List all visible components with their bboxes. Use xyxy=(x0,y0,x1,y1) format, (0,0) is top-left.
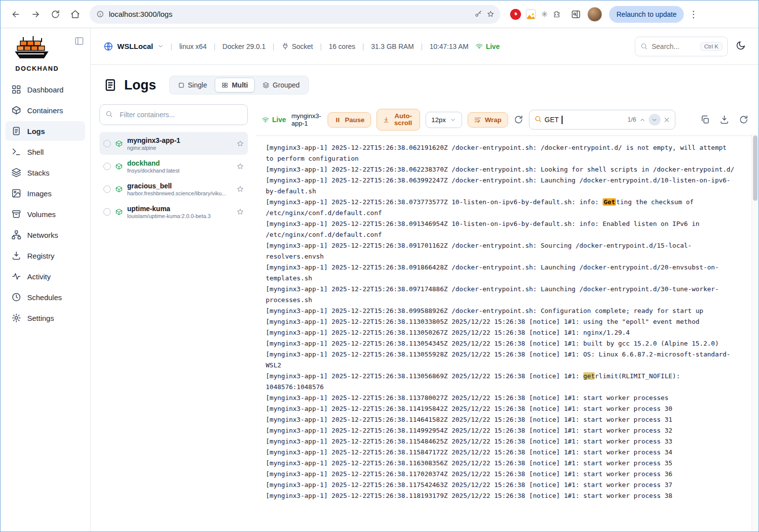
forward-button[interactable] xyxy=(27,6,44,23)
log-line: [mynginx3-app-1] 2025-12-22T15:26:38.115… xyxy=(266,436,737,447)
adblock-extension-icon[interactable] xyxy=(510,9,521,20)
previous-match-button[interactable] xyxy=(639,117,646,123)
layers-icon xyxy=(11,168,21,177)
scrollbar-thumb[interactable] xyxy=(753,135,758,201)
clock-icon xyxy=(11,292,21,302)
container-radio[interactable] xyxy=(103,208,111,216)
separator: | xyxy=(421,42,423,50)
grouped-view-icon xyxy=(263,82,269,89)
sidebar-item-dashboard[interactable]: Dashboard xyxy=(5,80,85,99)
copy-logs-button[interactable] xyxy=(700,115,710,125)
sidebar-item-volumes[interactable]: Volumes xyxy=(5,204,85,224)
search-match: get xyxy=(583,372,595,380)
restart-stream-button[interactable] xyxy=(514,115,523,125)
sidebar-item-images[interactable]: Images xyxy=(5,183,85,203)
wifi-icon xyxy=(475,43,483,50)
next-match-button[interactable] xyxy=(649,114,661,126)
multi-view-icon xyxy=(222,82,228,89)
sidebar-item-containers[interactable]: Containers xyxy=(5,100,85,120)
container-radio[interactable] xyxy=(103,185,111,193)
container-cube-icon xyxy=(115,163,123,170)
environment-selector[interactable]: WSLLocal xyxy=(103,42,164,51)
container-row-gracious-bell[interactable]: gracious_bell harbor.freshbrewed.science… xyxy=(99,177,248,200)
container-radio[interactable] xyxy=(103,163,111,170)
log-line: [mynginx3-app-1] 2025-12-22T15:26:38.113… xyxy=(266,338,737,349)
sidebar-item-shell[interactable]: Shell xyxy=(5,142,85,162)
download-logs-button[interactable] xyxy=(719,115,729,125)
url-bar[interactable]: localhost:3000/logs xyxy=(90,5,500,24)
sidebar-item-label: Settings xyxy=(27,314,54,322)
browser-menu-button[interactable]: ⋮ xyxy=(687,9,700,20)
container-cube-icon xyxy=(115,208,123,216)
favorite-star-icon[interactable] xyxy=(237,140,244,147)
back-button[interactable] xyxy=(7,6,24,23)
sidebar-item-activity[interactable]: Activity xyxy=(5,266,85,286)
profile-avatar[interactable] xyxy=(587,7,602,22)
photos-extension-icon[interactable] xyxy=(526,9,536,19)
wrap-button[interactable]: Wrap xyxy=(468,112,508,128)
site-info-icon[interactable] xyxy=(96,10,104,18)
sidebar-item-settings[interactable]: Settings xyxy=(5,308,85,328)
moon-icon xyxy=(736,41,746,50)
brand-name: DOCKHAND xyxy=(0,63,90,79)
log-search-box[interactable]: GET 1/6 xyxy=(529,110,675,130)
log-output[interactable]: [mynginx3-app-1] 2025-12-22T15:26:38.062… xyxy=(256,136,759,532)
sidebar-collapse-button[interactable] xyxy=(74,36,84,48)
log-line: [mynginx3-app-1] 2025-12-22T15:26:38.091… xyxy=(266,240,737,262)
pause-button[interactable]: Pause xyxy=(328,112,371,128)
clear-search-button[interactable] xyxy=(664,117,670,123)
favorite-star-icon[interactable] xyxy=(237,208,244,216)
app-root: DOCKHAND Dashboard Containers Logs Shell xyxy=(0,28,759,532)
sidebar-item-schedules[interactable]: Schedules xyxy=(5,287,85,307)
separator: | xyxy=(171,42,173,50)
container-row-dockhand[interactable]: dockhand fnsys/dockhand:latest xyxy=(99,155,248,177)
view-single-button[interactable]: Single xyxy=(171,78,214,92)
log-search-input[interactable]: GET xyxy=(545,116,559,124)
autoscroll-button[interactable]: Auto-scroll xyxy=(377,109,420,131)
home-button[interactable] xyxy=(67,6,84,23)
container-list: mynginx3-app-1 nginx:alpine dockhand fns… xyxy=(99,132,248,223)
side-panel-search-button[interactable] xyxy=(568,6,584,23)
favorite-star-icon[interactable] xyxy=(237,163,244,170)
reload-icon xyxy=(50,9,60,19)
view-multi-button[interactable]: Multi xyxy=(215,78,255,92)
log-line: [mynginx3-app-1] 2025-12-22T15:26:38.062… xyxy=(266,142,737,164)
image-icon xyxy=(11,188,21,198)
copy-icon xyxy=(700,115,710,125)
relaunch-update-button[interactable]: Relaunch to update xyxy=(609,6,684,23)
global-search-box[interactable]: Ctrl K xyxy=(635,37,728,56)
refresh-logs-button[interactable] xyxy=(739,115,749,125)
container-row-mynginx3[interactable]: mynginx3-app-1 nginx:alpine xyxy=(99,132,248,155)
container-radio[interactable] xyxy=(103,140,111,147)
container-row-uptime-kuma[interactable]: uptime-kuma louislam/uptime-kuma:2.0.0-b… xyxy=(99,200,248,223)
filter-search-icon xyxy=(105,110,113,120)
log-line: [mynginx3-app-1] 2025-12-22T15:26:38.115… xyxy=(266,447,737,458)
extensions-puzzle-icon[interactable] xyxy=(553,10,561,18)
log-line: [mynginx3-app-1] 2025-12-22T15:26:38.117… xyxy=(266,469,737,480)
network-icon xyxy=(11,230,21,240)
sidebar-item-stacks[interactable]: Stacks xyxy=(5,163,85,182)
container-cube-icon xyxy=(115,140,123,147)
sidebar-item-networks[interactable]: Networks xyxy=(5,225,85,245)
spinner-extension-icon[interactable] xyxy=(541,10,548,18)
logs-page-icon xyxy=(103,78,117,92)
font-size-select[interactable]: 12px xyxy=(426,112,462,128)
log-line: [mynginx3-app-1] 2025-12-22T15:26:38.113… xyxy=(266,349,737,371)
global-search-input[interactable] xyxy=(652,43,696,50)
log-scrollbar[interactable] xyxy=(752,134,759,532)
sidebar-item-registry[interactable]: Registry xyxy=(5,246,85,266)
log-line: [mynginx3-app-1] 2025-12-22T15:26:38.117… xyxy=(266,480,737,490)
filter-containers-input[interactable] xyxy=(99,104,248,125)
download-icon xyxy=(11,251,21,261)
password-key-icon[interactable] xyxy=(474,10,482,18)
theme-toggle-button[interactable] xyxy=(736,41,746,52)
chevron-down-icon xyxy=(157,43,164,49)
log-line: [mynginx3-app-1] 2025-12-22T15:26:38.091… xyxy=(266,262,737,284)
log-line: [mynginx3-app-1] 2025-12-22T15:26:38.113… xyxy=(266,371,737,393)
view-grouped-button[interactable]: Grouped xyxy=(256,78,306,92)
favorite-star-icon[interactable] xyxy=(237,185,244,193)
sidebar-item-logs[interactable]: Logs xyxy=(5,121,85,141)
bookmark-star-icon[interactable] xyxy=(487,10,494,18)
reload-button[interactable] xyxy=(47,6,64,23)
chevron-down-icon xyxy=(450,117,456,123)
